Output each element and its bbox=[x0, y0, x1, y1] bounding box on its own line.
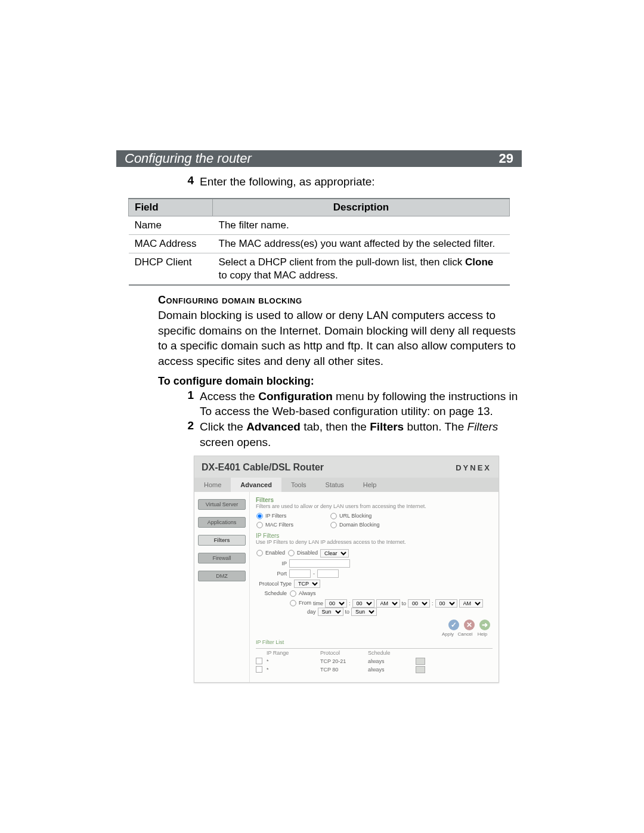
tab-status[interactable]: Status bbox=[316, 478, 354, 492]
col-field: Field bbox=[129, 199, 213, 216]
step-number: 4 bbox=[182, 174, 194, 190]
step-4: 4 Enter the following, as appropriate: bbox=[182, 174, 522, 190]
radio-mac-filters[interactable]: MAC Filters bbox=[256, 521, 327, 529]
panel-title: Filters bbox=[256, 497, 493, 503]
ampm2[interactable]: AM bbox=[459, 599, 483, 608]
table-row: MAC Address The MAC address(es) you want… bbox=[129, 234, 510, 253]
radio-domain-blocking[interactable]: Domain Blocking bbox=[330, 521, 413, 529]
time-m2[interactable]: 00 bbox=[435, 599, 457, 608]
row-checkbox[interactable] bbox=[256, 658, 262, 664]
list-item: * TCP 80 always bbox=[256, 665, 493, 674]
radio-disabled[interactable]: Disabled bbox=[287, 549, 318, 557]
table-row: Name The filter name. bbox=[129, 216, 510, 234]
radio-enabled[interactable]: Enabled bbox=[256, 549, 285, 557]
ampm1[interactable]: AM bbox=[376, 599, 400, 608]
tab-tools[interactable]: Tools bbox=[281, 478, 316, 492]
radio-from[interactable]: From bbox=[289, 599, 311, 607]
label-schedule: Schedule bbox=[256, 590, 287, 596]
time-h1[interactable]: 00 bbox=[325, 599, 347, 608]
schedule-day-row: day Sun to Sun bbox=[307, 608, 493, 616]
edit-icon[interactable] bbox=[416, 666, 425, 673]
page-header: Configuring the router 29 bbox=[116, 150, 522, 167]
ip-filters-desc: Use IP Filters to deny LAN IP addresses … bbox=[256, 539, 493, 546]
protocol-select[interactable]: TCP bbox=[294, 580, 320, 588]
page-number: 29 bbox=[499, 151, 513, 166]
cell-desc: The filter name. bbox=[213, 216, 510, 234]
label-ip: IP bbox=[256, 561, 287, 566]
cancel-icon[interactable]: ✕ bbox=[464, 620, 475, 630]
router-screenshot: DX-E401 Cable/DSL Router DYNEX Home Adva… bbox=[194, 456, 499, 682]
filters-panel: Filters Filters are used to allow or den… bbox=[249, 492, 499, 682]
subsection-heading: Configuring domain blocking bbox=[158, 294, 522, 306]
apply-icon[interactable]: ✓ bbox=[448, 620, 459, 630]
nav-virtual-server[interactable]: Virtual Server bbox=[198, 499, 246, 510]
list-item: * TCP 20-21 always bbox=[256, 657, 493, 665]
time-h2[interactable]: 00 bbox=[408, 599, 430, 608]
port-from-input[interactable] bbox=[289, 569, 311, 578]
label-port: Port bbox=[256, 571, 287, 577]
nav-applications[interactable]: Applications bbox=[198, 517, 246, 528]
left-nav: Virtual Server Applications Filters Fire… bbox=[194, 492, 249, 682]
cell-desc: The MAC address(es) you want affected by… bbox=[213, 234, 510, 253]
day-from[interactable]: Sun bbox=[318, 608, 343, 616]
radio-ip-filters[interactable]: IP Filters bbox=[256, 512, 327, 520]
radio-always[interactable]: Always bbox=[289, 590, 316, 597]
radio-url-blocking[interactable]: URL Blocking bbox=[330, 512, 413, 520]
nav-filters[interactable]: Filters bbox=[198, 535, 246, 546]
tab-help[interactable]: Help bbox=[354, 478, 386, 492]
action-icons: ✓ ✕ ➜ bbox=[256, 620, 490, 630]
table-row: DHCP Client Select a DHCP client from th… bbox=[129, 253, 510, 285]
step-number: 2 bbox=[182, 419, 194, 450]
page-content: 4 Enter the following, as appropriate: F… bbox=[116, 174, 522, 683]
label-protocol: Protocol Type bbox=[256, 581, 292, 587]
step-2: 2 Click the Advanced tab, then the Filte… bbox=[182, 419, 522, 450]
help-label: Help bbox=[475, 631, 490, 637]
cell-field: Name bbox=[129, 216, 213, 234]
step-text: Enter the following, as appropriate: bbox=[200, 174, 522, 190]
col-description: Description bbox=[213, 199, 510, 216]
schedule-from-row: From time 00: 00 AM to 00: 00 AM bbox=[289, 599, 493, 608]
step-text: Click the Advanced tab, then the Filters… bbox=[200, 419, 522, 450]
time-m1[interactable]: 00 bbox=[352, 599, 374, 608]
router-title: DX-E401 Cable/DSL Router bbox=[202, 462, 324, 473]
apply-label: Apply bbox=[440, 631, 456, 637]
help-icon[interactable]: ➜ bbox=[479, 620, 490, 630]
brand-logo: DYNEX bbox=[456, 463, 491, 472]
section-title: Configuring the router bbox=[125, 151, 252, 166]
ip-input[interactable] bbox=[289, 559, 350, 568]
screenshot-header: DX-E401 Cable/DSL Router DYNEX bbox=[194, 456, 499, 478]
cell-desc: Select a DHCP client from the pull-down … bbox=[213, 253, 510, 285]
nav-firewall[interactable]: Firewall bbox=[198, 553, 246, 563]
cancel-label: Cancel bbox=[457, 631, 473, 637]
day-to[interactable]: Sun bbox=[351, 608, 377, 616]
nav-dmz[interactable]: DMZ bbox=[198, 571, 246, 581]
step-number: 1 bbox=[182, 389, 194, 419]
body-paragraph: Domain blocking is used to allow or deny… bbox=[158, 308, 522, 369]
ip-filters-title: IP Filters bbox=[256, 532, 493, 539]
filter-list-title: IP Filter List bbox=[256, 639, 493, 646]
step-1: 1 Access the Configuration menu by follo… bbox=[182, 389, 522, 419]
tab-home[interactable]: Home bbox=[194, 478, 231, 492]
edit-icon[interactable] bbox=[416, 658, 425, 665]
cell-field: DHCP Client bbox=[129, 253, 213, 285]
row-checkbox[interactable] bbox=[256, 666, 262, 673]
tab-advanced[interactable]: Advanced bbox=[231, 478, 281, 492]
procedure-heading: To configure domain blocking: bbox=[158, 375, 522, 388]
ip-filter-list: IP Range Protocol Schedule * TCP 20-21 a… bbox=[256, 648, 493, 674]
tab-bar: Home Advanced Tools Status Help bbox=[194, 478, 499, 492]
step-text: Access the Configuration menu by followi… bbox=[200, 389, 522, 419]
cell-field: MAC Address bbox=[129, 234, 213, 253]
panel-desc: Filters are used to allow or deny LAN us… bbox=[256, 503, 493, 510]
filter-type-radios: IP Filters URL Blocking MAC Filters Doma… bbox=[256, 512, 493, 529]
port-to-input[interactable] bbox=[317, 569, 339, 578]
field-description-table: Field Description Name The filter name. … bbox=[128, 198, 510, 286]
clear-select[interactable]: Clear bbox=[320, 549, 349, 558]
